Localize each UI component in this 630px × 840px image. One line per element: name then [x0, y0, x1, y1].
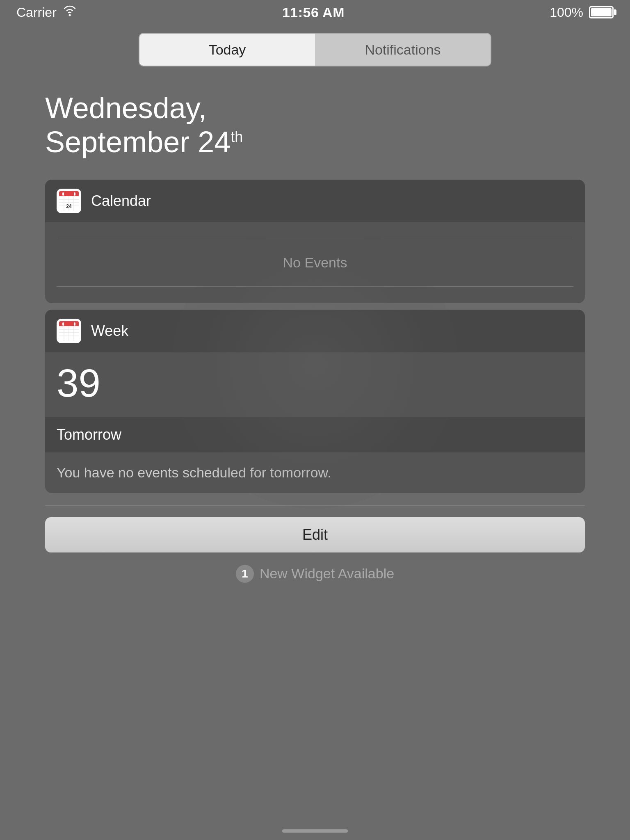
status-bar: Carrier 11:56 AM 100%: [0, 0, 630, 25]
segment-control: Today Notifications: [139, 33, 491, 66]
no-events-label: No Events: [57, 243, 573, 282]
calendar-widget-title: Calendar: [91, 192, 151, 210]
calendar-widget-header: 24 Calendar: [45, 180, 585, 222]
time-display: 11:56 AM: [282, 5, 345, 21]
tomorrow-header: Tomorrow: [45, 417, 585, 452]
divider-bottom: [57, 286, 573, 287]
main-content: Wednesday, September 24th: [0, 66, 630, 583]
bottom-divider: [45, 505, 585, 506]
day-name: Wednesday,: [45, 91, 585, 125]
week-number: 39: [45, 352, 585, 417]
new-widget-label: New Widget Available: [260, 566, 394, 582]
week-widget: Week 39 Tomorrow You have no events sche…: [45, 310, 585, 493]
battery-percent-label: 100%: [550, 5, 583, 20]
battery-icon: [589, 6, 614, 18]
svg-point-0: [68, 14, 71, 16]
svg-text:24: 24: [66, 203, 72, 209]
tomorrow-body: You have no events scheduled for tomorro…: [45, 452, 585, 493]
calendar-widget: 24 Calendar No Events: [45, 180, 585, 303]
status-bar-right: 100%: [550, 5, 614, 20]
week-app-icon: [57, 319, 81, 343]
full-date: September 24th: [45, 125, 585, 159]
status-bar-left: Carrier: [16, 5, 77, 20]
calendar-app-icon: 24: [57, 189, 81, 213]
new-widget-badge: 1: [236, 565, 254, 583]
tomorrow-text: You have no events scheduled for tomorro…: [57, 465, 331, 480]
divider-top: [57, 239, 573, 239]
svg-rect-23: [74, 322, 75, 326]
svg-rect-22: [62, 322, 64, 326]
today-tab[interactable]: Today: [139, 34, 315, 66]
tomorrow-title: Tomorrow: [57, 426, 121, 443]
home-indicator: [282, 829, 348, 833]
date-heading: Wednesday, September 24th: [45, 91, 585, 159]
month-label: September: [45, 126, 189, 158]
week-widget-header: Week: [45, 310, 585, 352]
day-number: 24: [198, 126, 231, 158]
week-widget-title: Week: [91, 322, 128, 340]
new-widget-row[interactable]: 1 New Widget Available: [45, 565, 585, 583]
notifications-tab[interactable]: Notifications: [315, 34, 491, 66]
carrier-label: Carrier: [16, 5, 57, 20]
wifi-icon: [62, 5, 77, 20]
calendar-widget-body: No Events: [45, 222, 585, 303]
day-suffix: th: [231, 128, 243, 145]
svg-rect-10: [62, 192, 64, 196]
svg-rect-2: [59, 191, 79, 197]
edit-button[interactable]: Edit: [45, 517, 585, 552]
svg-rect-11: [74, 192, 75, 196]
svg-rect-14: [59, 321, 79, 327]
